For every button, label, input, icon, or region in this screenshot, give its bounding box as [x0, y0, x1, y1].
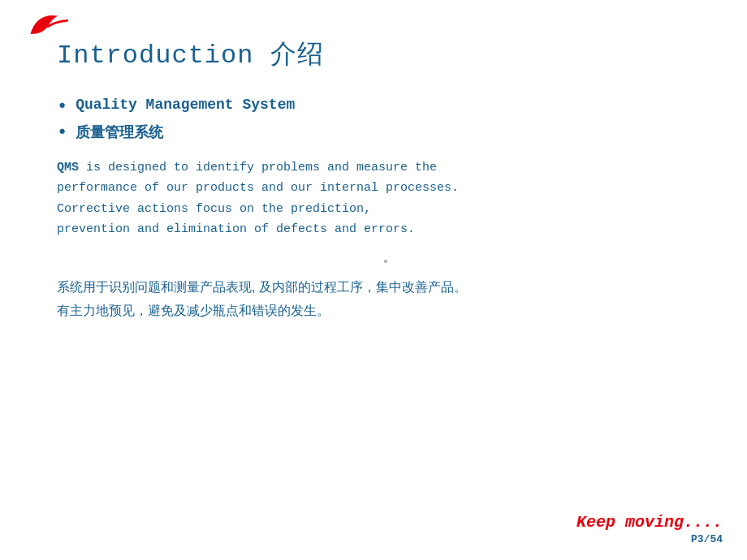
- chinese-paragraph: 系统用于识别问题和测量产品表现, 及内部的过程工序，集中改善产品。 有主力地预见…: [57, 276, 715, 323]
- keep-moving-label: Keep moving....: [576, 513, 723, 532]
- footer-area: Keep moving.... P3/54: [576, 513, 723, 545]
- bullet-item-zh: 质量管理系统: [76, 123, 163, 142]
- en-line3: Corrective actions focus on the predicti…: [57, 202, 371, 216]
- bullet-item-en: Quality Management System: [76, 97, 295, 113]
- logo-area: [24, 8, 81, 49]
- title-area: Introduction 介绍: [57, 28, 715, 72]
- bullet-dot-icon: •: [57, 123, 67, 144]
- page-number: P3/54: [691, 533, 723, 545]
- anta-logo-icon: [24, 8, 73, 45]
- zh-line2: 有主力地预见，避免及减少瓶点和错误的发生。: [57, 304, 330, 317]
- en-line1: is designed to identify problems and mea…: [79, 161, 437, 174]
- list-item: • 质量管理系统: [57, 123, 715, 144]
- slide-container: Introduction 介绍 • Quality Management Sys…: [0, 0, 747, 560]
- zh-line1: 系统用于识别问题和测量产品表现, 及内部的过程工序，集中改善产品。: [57, 280, 467, 294]
- en-line2: performance of our products and our inte…: [57, 181, 459, 195]
- bullet-dot-icon: •: [57, 97, 67, 118]
- bullet-list: • Quality Management System • 质量管理系统: [57, 97, 715, 144]
- content-area: • Quality Management System • 质量管理系统 QMS…: [57, 97, 715, 322]
- qms-label: QMS: [57, 161, 79, 174]
- english-paragraph: QMS is designed to identify problems and…: [57, 157, 715, 240]
- list-item: • Quality Management System: [57, 97, 715, 118]
- slide-title: Introduction 介绍: [57, 37, 715, 72]
- en-line4: prevention and elimination of defects an…: [57, 222, 415, 236]
- divider-dot: [384, 260, 387, 263]
